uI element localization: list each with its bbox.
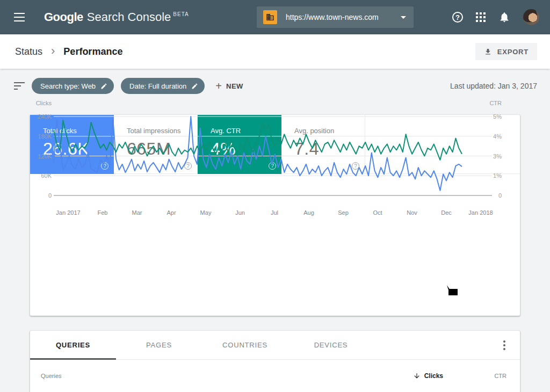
svg-text:4%: 4%: [493, 133, 502, 140]
tab-queries[interactable]: QUERIES: [30, 331, 116, 359]
chip-label: Search type: Web: [40, 82, 96, 90]
svg-text:180K: 180K: [38, 133, 52, 140]
filter-icon[interactable]: [14, 82, 25, 90]
time-series-chart[interactable]: ClicksCTR240K180K120K60K05%4%3%1%0Jan 20…: [30, 174, 520, 316]
sort-descending-icon: [413, 372, 421, 380]
svg-text:240K: 240K: [38, 113, 52, 120]
logo-google: Google: [44, 10, 83, 24]
svg-text:Clicks: Clicks: [36, 100, 52, 106]
svg-text:5%: 5%: [493, 113, 502, 120]
account-avatar[interactable]: [523, 9, 539, 25]
svg-text:Jan 2017: Jan 2017: [56, 209, 80, 216]
page-title: Performance: [63, 46, 122, 57]
svg-text:CTR: CTR: [489, 100, 502, 106]
column-header-clicks[interactable]: Clicks: [413, 372, 443, 380]
export-label: EXPORT: [497, 48, 529, 56]
svg-text:60K: 60K: [41, 172, 52, 179]
svg-text:Aug: Aug: [303, 209, 314, 216]
topbar-actions: ?: [452, 0, 550, 34]
breadcrumb-bar: Status › Performance EXPORT: [0, 34, 550, 69]
dimension-tabs: QUERIES PAGES COUNTRIES DEVICES: [30, 331, 520, 360]
last-updated-text: Last updated: Jan 3, 2017: [450, 82, 537, 90]
svg-text:Dec: Dec: [441, 209, 452, 216]
queries-table-card: QUERIES PAGES COUNTRIES DEVICES Queries …: [30, 331, 520, 392]
help-icon[interactable]: ?: [452, 12, 463, 23]
plus-icon: +: [215, 81, 222, 91]
logo-beta-badge: BETA: [173, 11, 189, 17]
notifications-bell-icon[interactable]: [498, 11, 510, 23]
svg-text:Apr: Apr: [167, 209, 176, 216]
apps-grid-icon[interactable]: [476, 12, 486, 22]
chip-label: Date: Full duration: [129, 82, 186, 90]
svg-text:120K: 120K: [38, 153, 52, 159]
new-filter-label: NEW: [226, 82, 243, 90]
edit-pencil-icon: [191, 83, 198, 90]
property-url: https://www.town-news.com: [286, 13, 401, 21]
svg-text:Oct: Oct: [373, 209, 382, 216]
column-header-ctr[interactable]: CTR: [443, 373, 506, 379]
logo-product: Search Console: [87, 10, 171, 24]
svg-text:0: 0: [498, 192, 502, 199]
svg-text:May: May: [200, 209, 212, 216]
filter-row: Search type: Web Date: Full duration + N…: [0, 69, 550, 103]
svg-text:0: 0: [48, 192, 52, 199]
svg-text:Nov: Nov: [407, 209, 417, 216]
property-selector[interactable]: https://www.town-news.com: [257, 6, 414, 28]
more-options-kebab-icon[interactable]: [497, 338, 511, 352]
new-filter-button[interactable]: + NEW: [215, 81, 243, 91]
column-header-queries[interactable]: Queries: [41, 373, 413, 379]
download-icon: [484, 48, 492, 56]
tab-pages[interactable]: PAGES: [116, 331, 202, 359]
svg-text:Jan 2018: Jan 2018: [468, 209, 493, 216]
filter-chip-date[interactable]: Date: Full duration: [121, 78, 205, 94]
performance-chart-card: Total clicks 26.6K ? Total impressions 6…: [30, 115, 520, 316]
svg-text:1%: 1%: [493, 172, 502, 179]
table-header-row: Queries Clicks CTR: [30, 360, 520, 392]
tab-devices[interactable]: DEVICES: [288, 331, 374, 359]
svg-text:3%: 3%: [493, 153, 502, 159]
chevron-down-icon: [401, 16, 406, 19]
svg-text:Jul: Jul: [271, 209, 278, 216]
chart-canvas: ClicksCTR240K180K120K60K05%4%3%1%0Jan 20…: [30, 100, 520, 242]
edit-pencil-icon: [100, 83, 107, 90]
app-logo: Google Search Console BETA: [44, 10, 189, 24]
breadcrumb-status[interactable]: Status: [15, 46, 42, 57]
building-icon: [263, 10, 277, 24]
svg-text:Sep: Sep: [338, 209, 349, 216]
export-button[interactable]: EXPORT: [475, 43, 537, 60]
top-app-bar: Google Search Console BETA https://www.t…: [0, 0, 550, 34]
google-search-console-app: Google Search Console BETA https://www.t…: [0, 0, 550, 392]
filter-chip-search-type[interactable]: Search type: Web: [32, 78, 114, 94]
svg-text:Feb: Feb: [98, 209, 108, 216]
svg-text:Mar: Mar: [132, 209, 142, 216]
menu-icon[interactable]: [6, 4, 32, 30]
svg-text:Jun: Jun: [235, 209, 245, 216]
tab-countries[interactable]: COUNTRIES: [202, 331, 288, 359]
breadcrumb-chevron-icon: ›: [51, 45, 55, 59]
